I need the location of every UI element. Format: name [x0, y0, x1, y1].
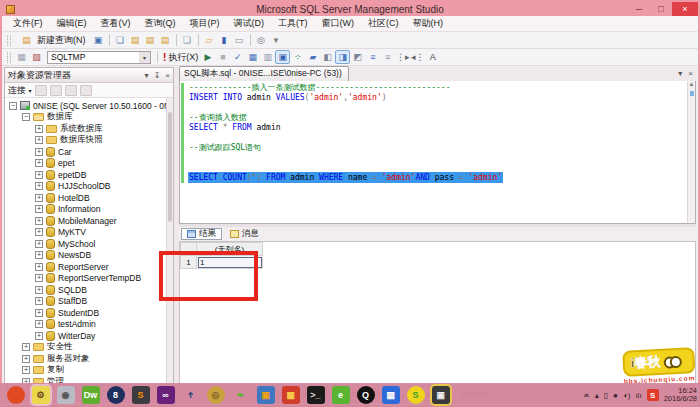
tree-item[interactable]: +数据库快照: [5, 135, 166, 147]
tree-expander-icon[interactable]: +: [35, 274, 43, 282]
tree-item[interactable]: +MyKTV: [5, 227, 166, 239]
qq-icon[interactable]: Q: [357, 386, 375, 404]
outdent-icon[interactable]: ◂⋮: [410, 50, 425, 64]
save-results-icon[interactable]: ▣: [275, 50, 290, 64]
tree-scrollbar-thumb[interactable]: [168, 112, 172, 222]
leaf-app-icon[interactable]: ❧: [232, 386, 250, 404]
document-close-icon[interactable]: ×: [688, 69, 693, 78]
tree-expander-icon[interactable]: +: [35, 309, 43, 317]
tree-item[interactable]: +MobileManager: [5, 215, 166, 227]
tree-item[interactable]: +StudentDB: [5, 307, 166, 319]
stop-icon[interactable]: ■: [215, 50, 230, 64]
tree-expander-icon[interactable]: +: [35, 240, 43, 248]
include-actual-plan-icon[interactable]: ⁘: [290, 50, 305, 64]
minimize-button[interactable]: ─: [628, 2, 650, 16]
green-swirl-icon[interactable]: S: [407, 386, 425, 404]
connect-button[interactable]: 连接 ▾: [8, 84, 32, 97]
tree-item[interactable]: +HJJSchoolDB: [5, 181, 166, 193]
tree-expander-icon[interactable]: +: [35, 148, 43, 156]
menu-item[interactable]: 文件(F): [6, 17, 50, 30]
tree-item[interactable]: +SQLDB: [5, 284, 166, 296]
tree-expander-icon[interactable]: −: [22, 113, 30, 121]
tiles-app-icon[interactable]: ▦: [282, 386, 300, 404]
tree-expander-icon[interactable]: +: [22, 366, 30, 374]
menu-item[interactable]: 查询(Q): [138, 17, 183, 30]
tree-item[interactable]: +WitterDay: [5, 330, 166, 342]
uncomment-lines-icon[interactable]: ≡: [380, 50, 395, 64]
new-mdx-query-icon[interactable]: ▤: [158, 33, 173, 47]
client-statistics-icon[interactable]: ▰: [305, 50, 320, 64]
results-to-file-icon[interactable]: ◩: [350, 50, 365, 64]
tree-item[interactable]: +epet: [5, 158, 166, 170]
tree-scrollbar[interactable]: [166, 98, 173, 384]
sql-document-tab[interactable]: SQL脚本.sql - 0NISE...ISE\0nise-PC (53)): [179, 66, 349, 81]
cmd-icon[interactable]: >_: [307, 386, 325, 404]
new-query-icon[interactable]: ▣: [91, 33, 106, 47]
lamp-icon[interactable]: Ϯ: [182, 386, 200, 404]
tree-item[interactable]: +服务器对象: [5, 353, 166, 365]
tree-item[interactable]: +NewsDB: [5, 250, 166, 262]
tree-expander-icon[interactable]: +: [35, 320, 43, 328]
print-icon[interactable]: ▭: [232, 33, 247, 47]
results-to-grid-icon[interactable]: ◨: [335, 50, 350, 64]
new-database-engine-query-icon[interactable]: ▤: [128, 33, 143, 47]
copy-document-icon[interactable]: ❏: [180, 33, 195, 47]
tree-expander-icon[interactable]: +: [35, 228, 43, 236]
media-player-icon[interactable]: ▤: [382, 386, 400, 404]
panel-dropdown-icon[interactable]: ▾: [145, 71, 149, 80]
execute-button[interactable]: 执行(X): [168, 51, 198, 64]
menu-item[interactable]: 调试(D): [227, 17, 272, 30]
menu-item[interactable]: 查看(V): [94, 17, 138, 30]
tree-expander-icon[interactable]: +: [35, 297, 43, 305]
find-icon[interactable]: ◎: [254, 33, 269, 47]
menu-item[interactable]: 编辑(E): [50, 17, 94, 30]
results-to-text-icon[interactable]: ◧: [320, 50, 335, 64]
screen-recorder-icon[interactable]: ◉: [57, 386, 75, 404]
tree-item[interactable]: +MySchool: [5, 238, 166, 250]
filter-icon[interactable]: [65, 85, 77, 96]
gold-coin-icon[interactable]: ◎: [207, 386, 225, 404]
tree-item[interactable]: +HotelDB: [5, 192, 166, 204]
battery-icon[interactable]: ▯: [604, 391, 608, 400]
toolbar-overflow-icon[interactable]: ▾: [269, 33, 284, 47]
tree-expander-icon[interactable]: +: [35, 171, 43, 179]
tree-expander-icon[interactable]: +: [22, 343, 30, 351]
tree-expander-icon[interactable]: +: [35, 194, 43, 202]
tree-expander-icon[interactable]: +: [35, 136, 43, 144]
new-query-button[interactable]: ▤ 新建查询(N): [14, 31, 91, 49]
tree-item[interactable]: +testAdmin: [5, 319, 166, 331]
tab-list-dropdown-icon[interactable]: ▾: [678, 69, 682, 78]
debug-play-icon[interactable]: ▶: [200, 50, 215, 64]
tree-expander-icon[interactable]: −: [9, 102, 17, 110]
taskbar-clock[interactable]: 16:24 2016/6/28: [664, 387, 697, 404]
save-icon[interactable]: ▮: [217, 33, 232, 47]
new-analysis-query-icon[interactable]: ▤: [143, 33, 158, 47]
tree-item[interactable]: +Information: [5, 204, 166, 216]
tree-item[interactable]: −数据库: [5, 112, 166, 124]
specify-values-icon[interactable]: ▥: [260, 50, 275, 64]
s8-app-icon[interactable]: 8: [107, 386, 125, 404]
visual-studio-icon[interactable]: ∞: [157, 386, 175, 404]
vmware-icon[interactable]: ▣: [257, 386, 275, 404]
tree-item[interactable]: +StaffDB: [5, 296, 166, 308]
toolbar-grip[interactable]: [7, 52, 11, 63]
dreamweaver-icon[interactable]: Dw: [82, 386, 100, 404]
volume-icon[interactable]: ◖): [623, 391, 631, 400]
close-button[interactable]: ×: [672, 2, 698, 16]
tree-expander-icon[interactable]: +: [35, 159, 43, 167]
sogou-input-icon[interactable]: S: [647, 389, 659, 401]
tree-item[interactable]: −0NISE (SQL Server 10.50.1600 - 0NISE\0: [5, 100, 166, 112]
browser-swirl-icon[interactable]: [7, 386, 25, 404]
active-window-icon[interactable]: ▣: [432, 386, 450, 404]
sql-server-config-icon[interactable]: ⚙: [32, 386, 50, 404]
stop-process-icon[interactable]: [80, 85, 92, 96]
comment-lines-icon[interactable]: ≡: [365, 50, 380, 64]
tree-expander-icon[interactable]: +: [35, 263, 43, 271]
menu-item[interactable]: 窗口(W): [315, 17, 362, 30]
qq-tray-icon[interactable]: ●: [613, 391, 618, 400]
results-tab-messages[interactable]: 消息: [224, 228, 265, 240]
new-document-icon[interactable]: ❏: [113, 33, 128, 47]
database-combobox[interactable]: SQLTMP▾: [47, 51, 151, 64]
show-hidden-icons[interactable]: ▴: [595, 391, 599, 400]
scroll-up-icon[interactable]: ▲: [688, 81, 695, 87]
